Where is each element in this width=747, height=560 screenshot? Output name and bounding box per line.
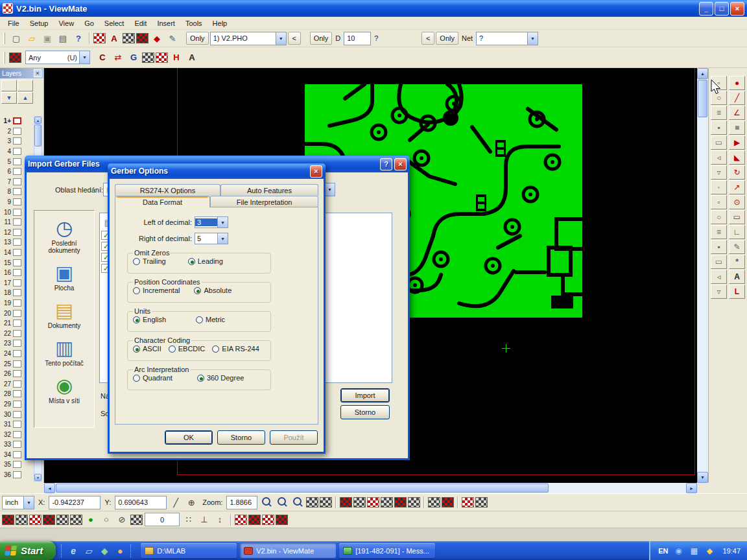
radio-360-degree[interactable]: 360 Degree [197,374,244,382]
layer-color-swatch[interactable] [13,249,21,256]
browser-quick-icon[interactable]: ● [113,544,127,557]
only-layer-toggle[interactable]: Only [186,32,209,45]
view-toggle-9-icon[interactable]: ▫ [711,195,727,209]
menu-tools[interactable]: Tools [180,18,208,29]
pencil-tool-icon[interactable]: ✎ [729,240,745,254]
rectangle-tool-icon[interactable]: ▭ [729,210,745,224]
move-layer-down-icon[interactable]: ▼ [1,92,17,104]
messenger-tray-icon[interactable]: ◉ [671,544,685,557]
layer-color-swatch[interactable] [13,148,21,155]
menu-setup[interactable]: Setup [25,18,54,29]
zoom-out-icon[interactable] [290,496,305,509]
layer-color-swatch[interactable] [13,390,21,397]
film-view-4-icon[interactable] [381,497,393,508]
chevron-down-icon[interactable]: ▼ [217,233,228,244]
circle-select-icon[interactable]: ○ [99,513,113,526]
menu-go[interactable]: Go [79,18,99,29]
layer-color-swatch[interactable] [13,128,21,135]
prev-layer-button[interactable]: < [288,32,301,45]
minimize-button[interactable]: _ [699,2,713,16]
zoom-in-icon[interactable] [259,496,274,509]
close-button[interactable]: × [310,165,322,178]
film-view-2-icon[interactable] [353,497,366,508]
film-strip-4-icon[interactable] [43,515,55,525]
line-tool-icon[interactable]: ╱ [729,91,745,105]
layer-row-36[interactable]: 36 [0,470,32,480]
scrollbar-thumb[interactable] [34,124,42,146]
menu-insert[interactable]: Insert [152,18,180,29]
start-button[interactable]: Start [0,541,56,560]
scroll-down-icon[interactable]: ▼ [34,474,42,481]
horizontal-scrollbar[interactable]: ◄ ► [44,483,697,493]
radio-absolute[interactable]: Absolute [194,286,231,294]
layer-color-swatch[interactable] [13,209,21,216]
taskbar-task[interactable]: V2.bin - ViewMate [240,543,336,558]
close-button[interactable]: × [730,2,744,16]
status-led-icon[interactable]: ● [84,513,98,526]
layer-color-swatch[interactable] [13,370,21,377]
radio-incremental[interactable]: Incremental [133,286,180,294]
scroll-right-icon[interactable]: ► [686,483,697,493]
radio-metric[interactable]: Metric [196,316,225,323]
scroll-up-icon[interactable]: ▲ [697,68,708,79]
language-indicator[interactable]: EN [658,547,668,555]
tool-table-icon[interactable] [136,33,148,43]
view-toggle-5-icon[interactable]: ▭ [711,135,727,150]
clear-selection-button[interactable]: C [95,51,110,64]
measure-distance-icon[interactable]: ╱ [169,496,183,509]
ok-button[interactable]: OK [165,430,213,445]
zoom-window-icon[interactable] [275,496,289,509]
folder-quick-icon[interactable]: ▱ [82,544,96,557]
film-view-5-icon[interactable] [394,497,407,508]
layer-color-swatch[interactable] [13,299,21,307]
film-view-1-icon[interactable] [340,497,352,508]
toolbar-grip[interactable] [3,32,5,44]
dcode-status-field[interactable]: 0 [145,513,180,526]
film-view-3-icon[interactable] [367,497,379,508]
y-coordinate-field[interactable]: 0.690643 [115,496,167,509]
angle-tool-icon[interactable]: ∠ [729,106,745,120]
pattern-view-icon[interactable] [475,497,488,508]
dcode-table-icon[interactable] [123,33,135,43]
x-coordinate-field[interactable]: -0.942237 [49,496,101,509]
layer-color-swatch[interactable] [13,188,21,195]
chevron-down-icon[interactable]: ▼ [324,183,335,196]
mirror-tool-icon[interactable]: ◣ [729,150,745,165]
chevron-down-icon[interactable]: ▼ [217,217,228,228]
place-desktop[interactable]: ▣Plocha [36,263,92,292]
group-select-button[interactable]: G [126,51,141,64]
layer-color-swatch[interactable] [13,411,21,418]
menu-help[interactable]: Help [208,18,233,29]
view-toggle-13-icon[interactable]: ▭ [711,255,727,269]
view-toggle-11-icon[interactable]: ≡ [711,225,727,239]
view-toggle-12-icon[interactable]: ▪ [711,240,727,254]
dcode-input[interactable]: 10 [344,32,371,45]
layer-color-swatch[interactable] [13,137,21,145]
radio-ebcdic[interactable]: EBCDIC [169,345,206,353]
quick-launch-handle[interactable] [130,544,132,557]
toolbar-grip[interactable] [3,52,5,64]
radio-english[interactable]: English [133,316,166,323]
layer-colors-icon[interactable] [18,80,33,91]
layer-color-swatch[interactable] [13,279,21,286]
film-strip-6-icon[interactable] [70,515,82,525]
context-help-icon[interactable]: ? [71,32,86,45]
layer-color-swatch[interactable] [13,239,21,246]
only-dcode-toggle[interactable]: Only [310,32,333,45]
layer-color-swatch[interactable] [13,360,21,368]
layer-combo[interactable]: 1) V2.PHO ▼ [210,32,287,45]
help-button[interactable]: ? [380,158,392,170]
layer-color-swatch[interactable] [13,441,21,448]
layer-color-swatch[interactable] [13,269,21,276]
layer-row-1+[interactable]: 1+ [0,116,32,126]
view-toggle-8-icon[interactable]: ◦ [711,180,727,194]
layer-color-swatch[interactable] [13,158,21,165]
text-filter-button[interactable]: A [185,51,199,64]
place-documents[interactable]: ▤Dokumenty [36,301,92,329]
radio-trailing[interactable]: Trailing [133,257,166,265]
chevron-down-icon[interactable]: ▼ [276,32,286,45]
dither-pattern-1-icon[interactable] [235,515,247,525]
menu-view[interactable]: View [53,18,79,29]
storno-button[interactable]: Storno [217,430,265,445]
layer-color-swatch[interactable] [13,320,21,327]
